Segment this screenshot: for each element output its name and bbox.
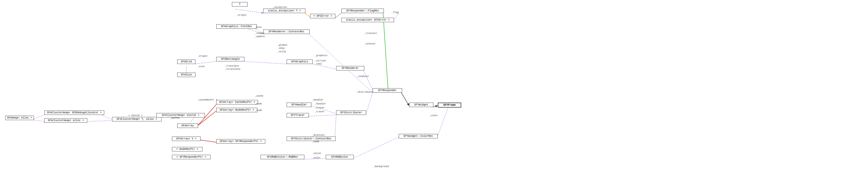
label-virtual: _virtual xyxy=(315,59,326,62)
svg-line-19 xyxy=(353,137,399,158)
node-SFXSize: SFXSize xyxy=(177,73,195,77)
label-render: _render xyxy=(255,32,265,35)
node-SFYDistributerContextRec: SFYDistributer::ContextRec xyxy=(287,136,336,141)
svg-line-28 xyxy=(383,13,388,93)
svg-line-30 xyxy=(437,107,448,137)
label-flag: _flag xyxy=(392,11,399,14)
svg-line-10 xyxy=(366,93,373,113)
svg-line-26 xyxy=(335,115,336,140)
node-SFYFrame: SFYFrame xyxy=(438,103,461,108)
svg-line-27 xyxy=(394,13,399,21)
label-child: _child xyxy=(312,152,320,155)
svg-line-12 xyxy=(433,106,438,107)
svg-line-11 xyxy=(401,93,409,106)
svg-line-15 xyxy=(198,140,216,142)
node-SFXArrayV: SFXArray< V > xyxy=(172,136,200,141)
label-size: _size xyxy=(197,65,205,68)
node-SFXRectangle: SFXRectangle xyxy=(216,57,244,61)
label-node1: _node xyxy=(255,103,262,105)
label-origin1: _origin xyxy=(237,14,247,17)
svg-line-17 xyxy=(309,115,336,116)
node-SFAClusterHeapAlloc: SFAClusterHeap< Alloc > xyxy=(44,118,87,123)
svg-line-24 xyxy=(34,115,44,119)
node-NodeRecPtr: < NodeRecPtr > xyxy=(172,147,203,151)
node-staticExceptionSFCError: static_exception< SFCError > xyxy=(341,18,394,22)
svg-line-20 xyxy=(102,115,112,120)
node-SFYRenderer: SFYRenderer xyxy=(336,66,364,71)
node-SFXArrayCacheRecPtr: SFXArray< CacheRecPtr > xyxy=(216,100,258,104)
label-handler1: _handler xyxy=(312,99,323,101)
label-cacheRecPtr: _cacheRecPtr > xyxy=(197,99,217,101)
node-SFCError: < SFCError > xyxy=(310,14,335,18)
node-SFXClusterHeapUint32: SFXClusterHeap< Uint32 > xyxy=(156,113,205,117)
label-sdip: _sdip xyxy=(278,47,284,50)
label-context: _context xyxy=(364,43,375,45)
node-SFYResponderFlagRec: SFYResponder::FlagRec xyxy=(341,9,384,13)
label-ztranslate: _ztranslate xyxy=(225,68,240,71)
label-real: _real xyxy=(315,63,322,65)
label-graphics: _graphics xyxy=(315,54,328,57)
label-tracer2: _tracer xyxy=(315,110,325,113)
svg-line-21 xyxy=(86,121,112,122)
label-exception: __exception xyxy=(272,6,287,9)
label-node2: _node xyxy=(255,109,262,112)
node-SFAHeapAlloc: SFAHeap< Alloc > xyxy=(5,116,34,120)
node-SFYWidgetColorRec: SFYWidget::ColorRec xyxy=(399,134,438,138)
label-global: _global xyxy=(278,44,287,47)
label-background: _background xyxy=(373,165,389,168)
node-SFXArrayNodeRecPtr: SFXArray< NodeRecPtr > xyxy=(216,108,257,112)
node-SFAArray: SFAArray xyxy=(177,124,198,128)
label-distributer: _distributer xyxy=(356,91,373,94)
node-SFXGrid: SFXGrid xyxy=(177,59,195,64)
node-SFYResponderPtr: < SFYResponderPtr > xyxy=(172,155,211,159)
label-tracer1: _tracer xyxy=(315,106,325,109)
label-translate: _translate xyxy=(225,65,239,67)
node-SFYRendererContextRec: SFYRenderer::ContextRec xyxy=(263,29,310,34)
label-font: _font xyxy=(255,26,262,29)
node-SFXGraphicsFontRec: SFXGraphics::FontRec xyxy=(216,24,257,29)
diagram-container: SFAHeap< Alloc > SFAClusterHeap< SFDDebu… xyxy=(0,0,868,183)
label-renderer: _renderer xyxy=(356,75,369,78)
svg-line-9 xyxy=(364,71,373,90)
label-color1: _color xyxy=(429,114,438,117)
node-SFXGraphics: SFXGraphics xyxy=(287,59,313,64)
svg-line-25 xyxy=(34,120,44,122)
arrows-svg xyxy=(0,0,868,183)
label-rcontext: _rcontext xyxy=(364,32,377,35)
node-SFYHandler: SFYHandler xyxy=(287,103,311,107)
svg-line-5 xyxy=(195,61,216,64)
label-update: _update xyxy=(255,35,265,38)
node-SFXClusterHeapT: SFXClusterHeap< T, Alloc > xyxy=(112,117,161,122)
svg-line-7 xyxy=(244,61,287,64)
label-uint32: < UInt32 > xyxy=(128,114,143,117)
label-uclip: _uclip xyxy=(278,50,286,53)
node-SFXRGBColor: SFXRGBColor xyxy=(326,155,354,159)
node-SFYWidget: SFYWidget xyxy=(409,103,433,107)
label-node3: _node xyxy=(312,140,319,143)
label-origin2: _origin xyxy=(197,55,208,57)
node-SFXArraySFYResponderPtr: SFXArray< SFYResponderPtr > xyxy=(216,139,265,143)
label-dcontext: _dcontext xyxy=(312,134,325,136)
node-SFYResponder: SFYResponder xyxy=(373,88,402,93)
label-handler2: _handler xyxy=(315,103,326,105)
node-SFYTracer: SFYTracer xyxy=(287,113,309,117)
label-cache: _cache xyxy=(255,95,263,97)
label-buffer: _buffer xyxy=(170,117,180,120)
label-color2: _color xyxy=(312,157,320,159)
node-staticExceptionT: static_exception< T > xyxy=(263,9,305,13)
svg-line-0 xyxy=(235,9,263,13)
svg-line-1 xyxy=(305,13,310,17)
svg-line-2 xyxy=(335,13,341,18)
node-SFYDistributer: SFYDistributer xyxy=(336,110,366,115)
node-T: T xyxy=(232,2,248,6)
node-SFXRGBCColorRGBRec: SFXRGBCColor::RGBRec xyxy=(260,155,304,159)
node-SFAClusterHeapSFD: SFAClusterHeap< SFDDebugAllocator > xyxy=(44,110,104,115)
